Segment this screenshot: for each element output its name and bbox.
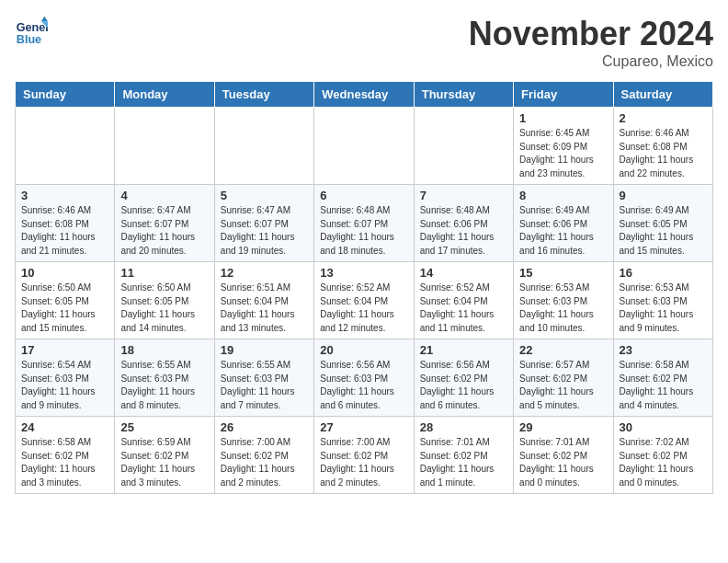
day-number: 14	[420, 266, 507, 280]
calendar-cell: 17Sunrise: 6:54 AM Sunset: 6:03 PM Dayli…	[16, 339, 115, 417]
calendar-cell: 22Sunrise: 6:57 AM Sunset: 6:02 PM Dayli…	[514, 339, 613, 417]
page-header: General Blue November 2024 Cupareo, Mexi…	[15, 15, 713, 70]
calendar-table: SundayMondayTuesdayWednesdayThursdayFrid…	[15, 81, 713, 494]
cell-info: Sunrise: 6:53 AM Sunset: 6:03 PM Dayligh…	[519, 282, 607, 335]
calendar-cell: 25Sunrise: 6:59 AM Sunset: 6:02 PM Dayli…	[115, 417, 214, 494]
cell-info: Sunrise: 6:56 AM Sunset: 6:02 PM Dayligh…	[420, 359, 507, 412]
day-number: 13	[320, 266, 407, 280]
cell-info: Sunrise: 6:55 AM Sunset: 6:03 PM Dayligh…	[221, 359, 308, 412]
day-number: 20	[320, 343, 407, 357]
weekday-header-tuesday: Tuesday	[214, 82, 313, 108]
calendar-cell: 13Sunrise: 6:52 AM Sunset: 6:04 PM Dayli…	[314, 262, 414, 339]
calendar-cell: 23Sunrise: 6:58 AM Sunset: 6:02 PM Dayli…	[613, 339, 712, 417]
day-number: 29	[519, 420, 607, 434]
cell-info: Sunrise: 7:01 AM Sunset: 6:02 PM Dayligh…	[420, 436, 507, 489]
day-number: 25	[120, 420, 208, 434]
cell-info: Sunrise: 6:50 AM Sunset: 6:05 PM Dayligh…	[21, 282, 108, 335]
calendar-cell: 12Sunrise: 6:51 AM Sunset: 6:04 PM Dayli…	[214, 262, 313, 339]
cell-info: Sunrise: 6:48 AM Sunset: 6:07 PM Dayligh…	[320, 204, 407, 258]
day-number: 7	[420, 189, 507, 202]
location: Cupareo, Mexico	[469, 53, 713, 70]
cell-info: Sunrise: 7:00 AM Sunset: 6:02 PM Dayligh…	[221, 436, 308, 489]
calendar-cell: 19Sunrise: 6:55 AM Sunset: 6:03 PM Dayli…	[214, 339, 313, 417]
cell-info: Sunrise: 7:02 AM Sunset: 6:02 PM Dayligh…	[620, 436, 707, 489]
calendar-cell: 5Sunrise: 6:47 AM Sunset: 6:07 PM Daylig…	[214, 185, 313, 262]
logo-icon: General Blue	[15, 15, 48, 48]
calendar-cell: 1Sunrise: 6:45 AM Sunset: 6:09 PM Daylig…	[514, 108, 613, 185]
day-number: 30	[620, 420, 707, 434]
day-number: 24	[21, 420, 108, 434]
cell-info: Sunrise: 6:51 AM Sunset: 6:04 PM Dayligh…	[221, 282, 308, 335]
calendar-cell	[115, 108, 214, 185]
calendar-cell	[314, 108, 414, 185]
cell-info: Sunrise: 6:52 AM Sunset: 6:04 PM Dayligh…	[320, 282, 407, 335]
cell-info: Sunrise: 6:49 AM Sunset: 6:06 PM Dayligh…	[519, 204, 607, 258]
cell-info: Sunrise: 6:56 AM Sunset: 6:03 PM Dayligh…	[320, 359, 407, 412]
calendar-cell: 18Sunrise: 6:55 AM Sunset: 6:03 PM Dayli…	[115, 339, 214, 417]
week-row-5: 24Sunrise: 6:58 AM Sunset: 6:02 PM Dayli…	[16, 417, 713, 494]
day-number: 15	[519, 266, 607, 280]
cell-info: Sunrise: 6:45 AM Sunset: 6:09 PM Dayligh…	[519, 127, 607, 180]
weekday-header-sunday: Sunday	[16, 82, 115, 108]
day-number: 26	[221, 420, 308, 434]
day-number: 27	[320, 420, 407, 434]
day-number: 6	[320, 189, 407, 202]
day-number: 8	[519, 189, 607, 202]
calendar-cell: 2Sunrise: 6:46 AM Sunset: 6:08 PM Daylig…	[613, 108, 712, 185]
weekday-header-friday: Friday	[514, 82, 613, 108]
cell-info: Sunrise: 6:58 AM Sunset: 6:02 PM Dayligh…	[21, 436, 108, 489]
cell-info: Sunrise: 6:49 AM Sunset: 6:05 PM Dayligh…	[620, 204, 707, 258]
calendar-cell: 3Sunrise: 6:46 AM Sunset: 6:08 PM Daylig…	[16, 185, 115, 262]
day-number: 1	[519, 111, 607, 125]
calendar-cell: 9Sunrise: 6:49 AM Sunset: 6:05 PM Daylig…	[613, 185, 712, 262]
logo: General Blue	[15, 15, 48, 48]
week-row-1: 1Sunrise: 6:45 AM Sunset: 6:09 PM Daylig…	[16, 108, 713, 185]
day-number: 2	[620, 111, 707, 125]
calendar-cell: 21Sunrise: 6:56 AM Sunset: 6:02 PM Dayli…	[414, 339, 513, 417]
calendar-cell: 15Sunrise: 6:53 AM Sunset: 6:03 PM Dayli…	[514, 262, 613, 339]
calendar-cell: 30Sunrise: 7:02 AM Sunset: 6:02 PM Dayli…	[613, 417, 712, 494]
week-row-4: 17Sunrise: 6:54 AM Sunset: 6:03 PM Dayli…	[16, 339, 713, 417]
cell-info: Sunrise: 6:47 AM Sunset: 6:07 PM Dayligh…	[120, 204, 208, 258]
cell-info: Sunrise: 7:01 AM Sunset: 6:02 PM Dayligh…	[519, 436, 607, 489]
day-number: 11	[120, 266, 208, 280]
calendar-cell: 14Sunrise: 6:52 AM Sunset: 6:04 PM Dayli…	[414, 262, 513, 339]
cell-info: Sunrise: 6:47 AM Sunset: 6:07 PM Dayligh…	[221, 204, 308, 258]
day-number: 12	[221, 266, 308, 280]
day-number: 17	[21, 343, 108, 357]
weekday-header-row: SundayMondayTuesdayWednesdayThursdayFrid…	[16, 82, 713, 108]
calendar-cell	[214, 108, 313, 185]
week-row-3: 10Sunrise: 6:50 AM Sunset: 6:05 PM Dayli…	[16, 262, 713, 339]
day-number: 16	[620, 266, 707, 280]
day-number: 4	[120, 189, 208, 202]
svg-marker-2	[41, 17, 48, 21]
calendar-cell: 6Sunrise: 6:48 AM Sunset: 6:07 PM Daylig…	[314, 185, 414, 262]
calendar-cell: 26Sunrise: 7:00 AM Sunset: 6:02 PM Dayli…	[214, 417, 313, 494]
day-number: 19	[221, 343, 308, 357]
calendar-cell: 20Sunrise: 6:56 AM Sunset: 6:03 PM Dayli…	[314, 339, 414, 417]
day-number: 18	[120, 343, 208, 357]
weekday-header-monday: Monday	[115, 82, 214, 108]
day-number: 3	[21, 189, 108, 202]
month-title: November 2024	[469, 15, 713, 53]
cell-info: Sunrise: 6:46 AM Sunset: 6:08 PM Dayligh…	[21, 204, 108, 258]
cell-info: Sunrise: 7:00 AM Sunset: 6:02 PM Dayligh…	[320, 436, 407, 489]
calendar-cell: 27Sunrise: 7:00 AM Sunset: 6:02 PM Dayli…	[314, 417, 414, 494]
calendar-cell: 28Sunrise: 7:01 AM Sunset: 6:02 PM Dayli…	[414, 417, 513, 494]
calendar-cell	[414, 108, 513, 185]
weekday-header-wednesday: Wednesday	[314, 82, 414, 108]
day-number: 23	[620, 343, 707, 357]
cell-info: Sunrise: 6:53 AM Sunset: 6:03 PM Dayligh…	[620, 282, 707, 335]
cell-info: Sunrise: 6:59 AM Sunset: 6:02 PM Dayligh…	[120, 436, 208, 489]
calendar-cell: 24Sunrise: 6:58 AM Sunset: 6:02 PM Dayli…	[16, 417, 115, 494]
day-number: 10	[21, 266, 108, 280]
cell-info: Sunrise: 6:48 AM Sunset: 6:06 PM Dayligh…	[420, 204, 507, 258]
calendar-cell: 16Sunrise: 6:53 AM Sunset: 6:03 PM Dayli…	[613, 262, 712, 339]
cell-info: Sunrise: 6:58 AM Sunset: 6:02 PM Dayligh…	[620, 359, 707, 412]
cell-info: Sunrise: 6:57 AM Sunset: 6:02 PM Dayligh…	[519, 359, 607, 412]
weekday-header-thursday: Thursday	[414, 82, 513, 108]
calendar-cell: 10Sunrise: 6:50 AM Sunset: 6:05 PM Dayli…	[16, 262, 115, 339]
cell-info: Sunrise: 6:50 AM Sunset: 6:05 PM Dayligh…	[120, 282, 208, 335]
cell-info: Sunrise: 6:52 AM Sunset: 6:04 PM Dayligh…	[420, 282, 507, 335]
cell-info: Sunrise: 6:46 AM Sunset: 6:08 PM Dayligh…	[620, 127, 707, 180]
